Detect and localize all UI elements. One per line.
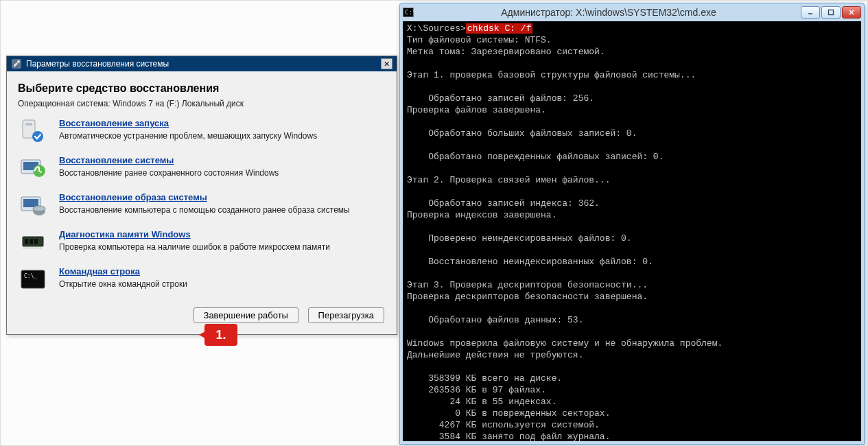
annotation-marker: 1. bbox=[204, 324, 237, 346]
system-restore-icon bbox=[18, 155, 49, 183]
cmd-titlebar: C:\ Администратор: X:\windows\SYSTEM32\c… bbox=[400, 3, 864, 21]
tool-desc: Проверка компьютера на наличие ошибок в … bbox=[59, 242, 330, 252]
command-prompt-icon: C:\_ bbox=[18, 266, 49, 294]
close-button[interactable] bbox=[842, 6, 861, 19]
svg-rect-15 bbox=[34, 239, 38, 244]
tools-icon bbox=[11, 58, 22, 69]
recovery-options-dialog: Параметры восстановления системы ✕ Выбер… bbox=[6, 56, 397, 335]
memory-diagnostic-icon bbox=[18, 229, 49, 257]
dialog-title: Параметры восстановления системы bbox=[26, 59, 169, 69]
dialog-close-button[interactable]: ✕ bbox=[381, 58, 392, 69]
tools-list: Восстановление запуска Автоматическое ус… bbox=[18, 118, 386, 294]
tool-command-prompt: C:\_ Командная строка Открытие окна кома… bbox=[18, 266, 386, 294]
startup-repair-icon bbox=[18, 118, 49, 145]
tool-image-recovery: Восстановление образа системы Восстановл… bbox=[18, 192, 386, 220]
tool-memory-diagnostic: Диагностика памяти Windows Проверка комп… bbox=[18, 229, 386, 257]
cmd-title: Администратор: X:\windows\SYSTEM32\cmd.e… bbox=[417, 7, 801, 18]
dialog-titlebar: Параметры восстановления системы ✕ bbox=[7, 56, 397, 71]
image-recovery-icon bbox=[18, 192, 49, 220]
svg-rect-26 bbox=[829, 10, 834, 15]
svg-point-4 bbox=[32, 131, 43, 142]
minimize-button[interactable] bbox=[801, 6, 820, 19]
svg-rect-13 bbox=[25, 239, 28, 244]
svg-point-11 bbox=[33, 206, 45, 211]
tool-system-restore: Восстановление системы Восстановление ра… bbox=[18, 155, 386, 183]
tool-startup-repair: Восстановление запуска Автоматическое ус… bbox=[18, 118, 386, 145]
tool-desc: Открытие окна командной строки bbox=[59, 279, 187, 289]
svg-rect-14 bbox=[30, 239, 33, 244]
shutdown-button[interactable]: Завершение работы bbox=[193, 307, 298, 323]
tool-link[interactable]: Командная строка bbox=[59, 266, 187, 277]
tool-link[interactable]: Диагностика памяти Windows bbox=[59, 229, 330, 239]
os-line: Операционная система: Windows 7 на (F:) … bbox=[18, 99, 386, 108]
cmd-output[interactable]: X:\Sources>chkdsk C: /fТип файловой сист… bbox=[403, 21, 861, 441]
tool-desc: Автоматическое устранение проблем, мешаю… bbox=[59, 131, 317, 141]
cmd-app-icon: C:\ bbox=[403, 8, 414, 17]
tool-link[interactable]: Восстановление образа системы bbox=[59, 192, 350, 202]
maximize-button[interactable] bbox=[821, 6, 841, 19]
cmd-window: C:\ Администратор: X:\windows\SYSTEM32\c… bbox=[399, 3, 865, 445]
heading: Выберите средство восстановления bbox=[18, 82, 386, 95]
restart-button[interactable]: Перезагрузка bbox=[308, 307, 384, 323]
tool-desc: Восстановление компьютера с помощью созд… bbox=[59, 205, 350, 215]
dialog-body: Выберите средство восстановления Операци… bbox=[7, 71, 397, 334]
tool-link[interactable]: Восстановление запуска bbox=[59, 118, 317, 128]
svg-text:C:\_: C:\_ bbox=[24, 273, 37, 279]
dialog-buttons: Завершение работы Перезагрузка bbox=[18, 303, 386, 326]
tool-desc: Восстановление ранее сохраненного состоя… bbox=[59, 168, 279, 178]
tool-link[interactable]: Восстановление системы bbox=[59, 155, 279, 165]
svg-point-1 bbox=[17, 60, 20, 63]
svg-rect-3 bbox=[25, 123, 32, 126]
